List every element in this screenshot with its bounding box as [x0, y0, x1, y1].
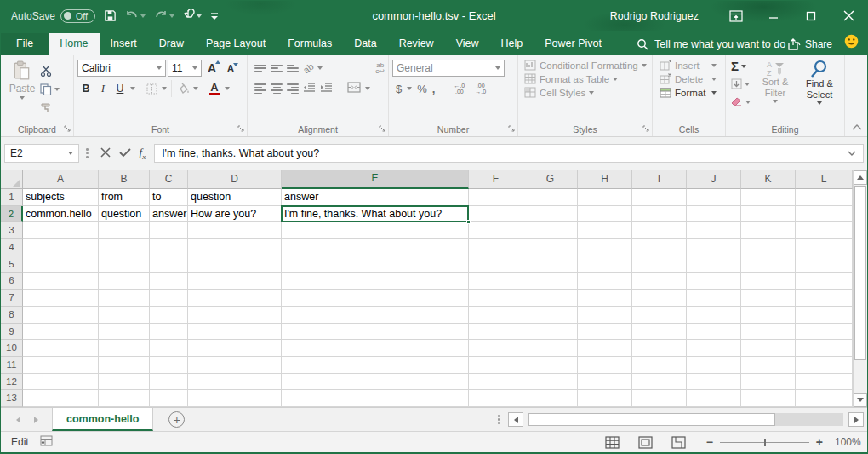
increase-decimal-button[interactable]: ←.0.00	[451, 83, 467, 95]
format-cells-button[interactable]: Format	[656, 87, 722, 98]
cell-L4[interactable]	[796, 239, 853, 256]
cell-F6[interactable]	[469, 273, 523, 290]
cell-D4[interactable]	[188, 239, 282, 256]
cell-E8[interactable]	[282, 307, 469, 324]
cell-G13[interactable]	[523, 390, 578, 407]
autosave-toggle[interactable]: AutoSave Off	[11, 9, 95, 23]
cell-H8[interactable]	[578, 307, 632, 324]
cell-K12[interactable]	[741, 374, 796, 391]
cell-D8[interactable]	[188, 307, 282, 324]
ribbon-tab-help[interactable]: Help	[490, 33, 534, 55]
cell-L13[interactable]	[796, 390, 853, 407]
minimize-button[interactable]	[755, 1, 792, 31]
zoom-out-icon[interactable]: −	[706, 435, 713, 449]
ribbon-tab-page-layout[interactable]: Page Layout	[195, 33, 277, 55]
cell-G3[interactable]	[523, 222, 578, 239]
cell-C3[interactable]	[150, 222, 188, 239]
cell-F13[interactable]	[469, 390, 523, 407]
cell-J11[interactable]	[687, 357, 741, 374]
cell-C8[interactable]	[150, 307, 188, 324]
cell-B13[interactable]	[99, 390, 150, 407]
cell-styles-button[interactable]: Cell Styles	[522, 87, 648, 98]
cell-D13[interactable]	[188, 390, 282, 407]
column-header-E[interactable]: E	[282, 170, 469, 189]
cell-F4[interactable]	[469, 239, 523, 256]
percent-format-button[interactable]: %	[417, 83, 427, 95]
cell-G8[interactable]	[523, 307, 578, 324]
cell-G1[interactable]	[523, 189, 578, 206]
cell-H5[interactable]	[578, 256, 632, 273]
row-header-2[interactable]: 2	[1, 206, 23, 223]
cell-L7[interactable]	[796, 290, 853, 307]
cell-H2[interactable]	[578, 206, 632, 223]
merge-center-button[interactable]	[347, 82, 361, 95]
cell-K4[interactable]	[741, 239, 796, 256]
cell-D5[interactable]	[188, 256, 282, 273]
cell-C11[interactable]	[150, 357, 188, 374]
cell-F10[interactable]	[469, 340, 523, 357]
copy-button[interactable]	[40, 82, 60, 97]
cell-D10[interactable]	[188, 340, 282, 357]
insert-function-icon[interactable]: fx	[140, 146, 146, 161]
cell-I7[interactable]	[632, 290, 687, 307]
cell-C9[interactable]	[150, 324, 188, 341]
cell-E7[interactable]	[282, 290, 469, 307]
cell-E10[interactable]	[282, 340, 469, 357]
cell-B1[interactable]: from	[99, 189, 150, 206]
align-left-icon[interactable]	[254, 83, 266, 94]
cell-A11[interactable]	[23, 357, 99, 374]
increase-indent-icon[interactable]	[320, 83, 333, 95]
column-header-L[interactable]: L	[796, 170, 853, 189]
cell-J7[interactable]	[687, 290, 741, 307]
cell-F3[interactable]	[469, 222, 523, 239]
row-header-4[interactable]: 4	[1, 239, 23, 256]
column-header-F[interactable]: F	[469, 170, 523, 189]
touch-mode-icon[interactable]	[183, 9, 202, 23]
tab-strip-resizer[interactable]	[494, 415, 504, 425]
vertical-scroll-thumb[interactable]	[854, 186, 866, 360]
cell-E13[interactable]	[282, 390, 469, 407]
column-header-H[interactable]: H	[578, 170, 632, 189]
cell-K11[interactable]	[741, 357, 796, 374]
cell-J2[interactable]	[687, 206, 741, 223]
share-button[interactable]: Share	[787, 38, 832, 50]
ribbon-tab-file[interactable]: File	[1, 33, 49, 55]
cell-C10[interactable]	[150, 340, 188, 357]
ribbon-display-options-icon[interactable]	[717, 1, 755, 31]
cell-H13[interactable]	[578, 390, 632, 407]
cell-F11[interactable]	[469, 357, 523, 374]
zoom-in-icon[interactable]: +	[816, 435, 823, 449]
cell-K9[interactable]	[741, 324, 796, 341]
font-size-combo[interactable]: 11	[168, 60, 202, 77]
increase-font-size-button[interactable]: A	[203, 59, 220, 78]
expand-formula-bar-icon[interactable]	[848, 147, 856, 159]
cell-G6[interactable]	[523, 273, 578, 290]
cell-C4[interactable]	[150, 239, 188, 256]
cell-K10[interactable]	[741, 340, 796, 357]
cell-E6[interactable]	[282, 273, 469, 290]
row-header-12[interactable]: 12	[1, 374, 23, 391]
number-format-combo[interactable]: General	[392, 60, 505, 77]
row-header-5[interactable]: 5	[1, 256, 23, 273]
fill-color-button[interactable]	[174, 79, 191, 98]
cell-D6[interactable]	[188, 273, 282, 290]
cell-F2[interactable]	[469, 206, 523, 223]
cell-D7[interactable]	[188, 290, 282, 307]
row-header-9[interactable]: 9	[1, 324, 23, 341]
row-header-7[interactable]: 7	[1, 290, 23, 307]
decrease-indent-icon[interactable]	[303, 83, 316, 95]
cell-H12[interactable]	[578, 374, 632, 391]
cell-B7[interactable]	[99, 290, 150, 307]
new-sheet-button[interactable]: +	[168, 411, 185, 428]
bold-button[interactable]: B	[77, 79, 94, 98]
format-as-table-button[interactable]: Format as Table	[522, 73, 648, 84]
row-header-3[interactable]: 3	[1, 222, 23, 239]
cell-L1[interactable]	[796, 189, 853, 206]
cell-J8[interactable]	[687, 307, 741, 324]
cell-E4[interactable]	[282, 239, 469, 256]
cell-I2[interactable]	[632, 206, 687, 223]
accounting-format-button[interactable]: $	[396, 83, 402, 95]
cell-L9[interactable]	[796, 324, 853, 341]
cell-I13[interactable]	[632, 390, 687, 407]
cell-E1[interactable]: answer	[282, 189, 469, 206]
